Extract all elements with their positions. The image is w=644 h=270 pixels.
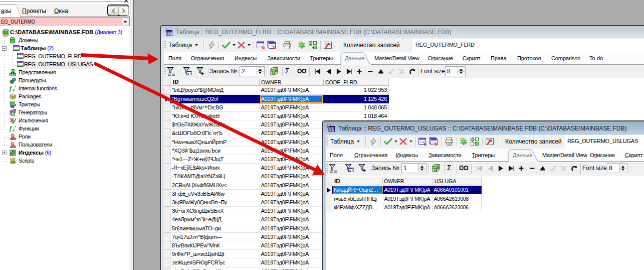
svg-text:f: f [10,85,12,92]
svg-text:f: f [10,125,12,132]
svg-text:x: x [12,87,15,92]
svg-text:3: 3 [14,109,15,112]
svg-text:x: x [12,127,15,132]
